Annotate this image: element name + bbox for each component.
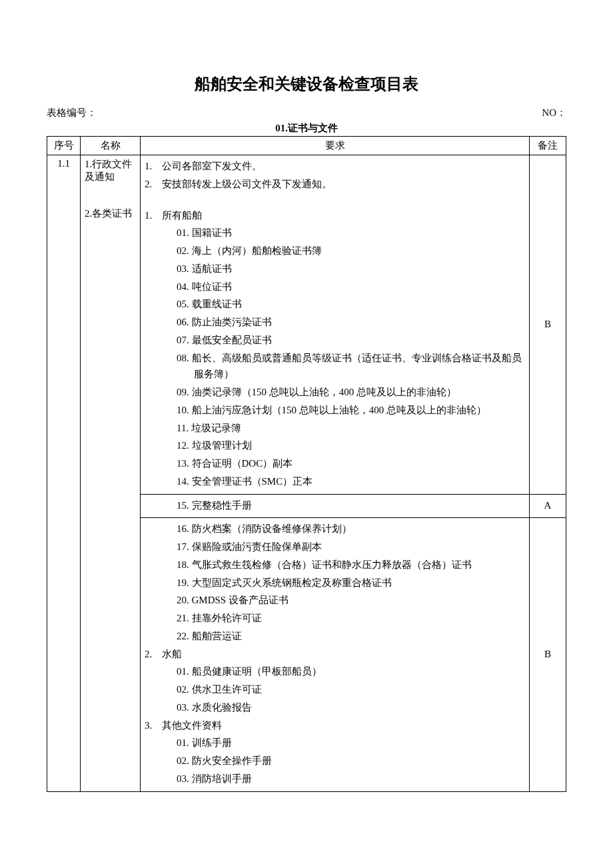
cell-req: 1. 公司各部室下发文件。 2. 安技部转发上级公司文件及下发通知。 1. 所有… (141, 155, 530, 495)
req-line: 2. 安技部转发上级公司文件及下发通知。 (145, 176, 525, 193)
col-req-header: 要求 (141, 137, 530, 155)
req-item: 03. 水质化验报告 (177, 699, 525, 716)
req-item: 20. GMDSS 设备产品证书 (177, 592, 525, 609)
req-item: 01. 国籍证书 (177, 225, 525, 241)
cell-note: A (530, 494, 566, 518)
req-item: 22. 船舶营运证 (177, 628, 525, 645)
req-item: 14. 安全管理证书（SMC）正本 (177, 473, 525, 490)
req-item: 05. 载重线证书 (177, 296, 525, 313)
req-item: 04. 吨位证书 (177, 279, 525, 295)
col-seq-header: 序号 (47, 137, 81, 155)
req-item: 03. 消防培训手册 (177, 771, 525, 787)
cell-seq: 1.1 (47, 155, 81, 792)
req-item: 19. 大型固定式灭火系统钢瓶检定及称重合格证书 (177, 575, 525, 591)
req-group: 1. 所有船舶 (145, 207, 525, 224)
req-item: 08. 船长、高级船员或普通船员等级证书（适任证书、专业训练合格证书及船员服务簿… (177, 350, 525, 383)
name-item: 2.各类证书 (85, 207, 136, 220)
form-no-label: 表格编号： (47, 107, 97, 118)
req-group: 3. 其他文件资料 (145, 717, 525, 734)
req-item: 11. 垃圾记录簿 (177, 420, 525, 437)
req-item: 02. 供水卫生许可证 (177, 681, 525, 698)
req-item: 16. 防火档案（消防设备维修保养计划） (177, 521, 525, 537)
req-item: 07. 最低安全配员证书 (177, 332, 525, 349)
col-note-header: 备注 (530, 137, 566, 155)
name-item: 1.行政文件及通知 (85, 158, 136, 183)
req-item: 21. 挂靠外轮许可证 (177, 610, 525, 627)
cell-note: B (530, 155, 566, 495)
page-title: 船舶安全和关键设备检查项目表 (47, 73, 566, 95)
req-item: 01. 训练手册 (177, 735, 525, 751)
cell-req: 15. 完整稳性手册 (141, 494, 530, 518)
col-name-header: 名称 (81, 137, 141, 155)
req-line: 1. 公司各部室下发文件。 (145, 158, 525, 175)
cell-req: 16. 防火档案（消防设备维修保养计划） 17. 保赔险或油污责任险保单副本 1… (141, 518, 530, 791)
table-row: 1.1 1.行政文件及通知 2.各类证书 1. 公司各部室下发文件。 2. 安技… (47, 155, 566, 495)
meta-row: 表格编号： NO： (47, 107, 566, 122)
req-item: 01. 船员健康证明（甲板部船员） (177, 663, 525, 680)
section-heading: 01.证书与文件 (47, 122, 566, 135)
no-label: NO： (542, 107, 566, 118)
req-item: 18. 气胀式救生筏检修（合格）证书和静水压力释放器（合格）证书 (177, 557, 525, 573)
req-item: 02. 防火安全操作手册 (177, 753, 525, 769)
req-item: 13. 符合证明（DOC）副本 (177, 455, 525, 472)
cell-name: 1.行政文件及通知 2.各类证书 (81, 155, 141, 792)
table-header-row: 序号 名称 要求 备注 (47, 137, 566, 155)
req-item: 06. 防止油类污染证书 (177, 314, 525, 331)
req-item: 02. 海上（内河）船舶检验证书簿 (177, 243, 525, 259)
req-item: 03. 适航证书 (177, 261, 525, 277)
req-item: 15. 完整稳性手册 (177, 497, 525, 514)
req-item: 10. 船上油污应急计划（150 总吨以上油轮，400 总吨及以上的非油轮） (177, 402, 525, 419)
req-group: 2. 水船 (145, 646, 525, 663)
checklist-table: 序号 名称 要求 备注 1.1 1.行政文件及通知 2.各类证书 1. 公司各部… (47, 136, 566, 792)
req-item: 09. 油类记录簿（150 总吨以上油轮，400 总吨及以上的非油轮） (177, 384, 525, 401)
req-item: 17. 保赔险或油污责任险保单副本 (177, 539, 525, 555)
req-item: 12. 垃圾管理计划 (177, 437, 525, 454)
cell-note: B (530, 518, 566, 791)
